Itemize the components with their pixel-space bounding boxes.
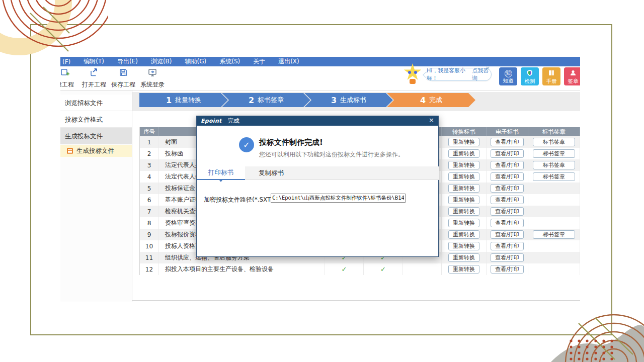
view-print-button[interactable]: 查看/打印	[491, 207, 524, 216]
tab-copy-bid[interactable]: 复制标书	[245, 166, 297, 179]
row-no: 3	[140, 159, 159, 171]
view-print-button[interactable]: 查看/打印	[491, 161, 524, 169]
menu-item-assist[interactable]: 辅助(G)	[185, 57, 207, 66]
shield-icon	[526, 69, 533, 78]
assistant-mascot[interactable]	[404, 63, 423, 84]
step-number: 2	[249, 96, 254, 105]
new-project-button[interactable]: 建工程	[60, 67, 79, 89]
bubble-text: Hi，我是客服小标！	[427, 67, 469, 82]
view-print-button[interactable]: 查看/打印	[491, 242, 524, 250]
header-ebid: 电子标书	[487, 127, 528, 136]
mascot-eye	[414, 71, 417, 74]
tab-label: 打印标书	[208, 168, 233, 177]
step-batch-convert[interactable]: 1 批量转换	[139, 93, 228, 107]
step-generate-bid[interactable]: 3 生成标书	[304, 93, 393, 107]
view-print-button[interactable]: 查看/打印	[491, 196, 524, 204]
assistant-bubble[interactable]: Hi，我是客服小标！ 点我咨询 ×	[426, 68, 492, 81]
reconvert-button[interactable]: 重新转换	[448, 161, 479, 169]
bid-sign-button[interactable]: 标书签章	[533, 161, 575, 169]
dialog-tabs: 打印标书 复制标书	[197, 166, 438, 180]
view-print-button[interactable]: 查看/打印	[491, 172, 524, 181]
step-bid-sign[interactable]: 2 标书签章	[222, 93, 310, 107]
reconvert-button[interactable]: 重新转换	[448, 230, 479, 239]
row-no: 7	[140, 206, 159, 217]
bid-sign-button[interactable]: 标书签章	[533, 149, 575, 158]
menu-item-export[interactable]: 导出(E)	[117, 57, 138, 66]
menu-item-system[interactable]: 系统(S)	[219, 57, 240, 66]
bid-sign-button[interactable]: 标书签章	[533, 230, 575, 239]
dialog-subheading: 您还可以利用以下功能对这份投标文件进行更多操作。	[259, 150, 404, 159]
signature-button[interactable]: 签章	[564, 67, 580, 85]
toolbar-label: 建工程	[60, 80, 74, 89]
row-no: 8	[140, 217, 159, 229]
system-login-button[interactable]: 系统登录	[138, 67, 167, 89]
sidebar-item-bid-file-format[interactable]: 投标文件格式	[60, 111, 132, 128]
sidebar-item-browse-tender-file[interactable]: 浏览招标文件	[60, 95, 132, 111]
sidebar-item-generate-bid-file[interactable]: 生成投标文件	[60, 128, 132, 144]
reconvert-button[interactable]: 重新转换	[448, 184, 479, 193]
sidebar-subitem-generate-bid-file[interactable]: 生成投标文件	[60, 145, 132, 157]
toolbar-label: 打开工程	[82, 80, 106, 89]
reconvert-button[interactable]: 重新转换	[448, 242, 479, 250]
knowledge-button[interactable]: 知 知道	[499, 67, 517, 85]
reconvert-button[interactable]: 重新转换	[448, 149, 479, 158]
row-no: 4	[140, 171, 159, 183]
view-print-button[interactable]: 查看/打印	[491, 230, 524, 239]
reconvert-button[interactable]: 重新转换	[448, 265, 479, 274]
step-number: 4	[420, 96, 426, 105]
row-no: 11	[140, 252, 159, 263]
epoint-logo: Epoint	[201, 118, 222, 124]
menu-item-file[interactable]: (F)	[62, 58, 70, 65]
check-button[interactable]: 检测	[521, 67, 539, 85]
helper-label: 手册	[546, 78, 557, 84]
reconvert-button[interactable]: 重新转换	[448, 207, 479, 216]
view-print-button[interactable]: 查看/打印	[491, 138, 524, 146]
active-tab-notch	[219, 179, 223, 182]
header-seq: 序号	[140, 127, 159, 136]
row-no: 9	[140, 229, 159, 240]
success-check-icon: ✓	[239, 137, 254, 152]
menu-item-exit[interactable]: 退出(X)	[278, 57, 299, 66]
menu-item-about[interactable]: 关于	[253, 57, 265, 66]
reconvert-button[interactable]: 重新转换	[448, 219, 479, 227]
step-number: 1	[166, 96, 172, 105]
open-project-button[interactable]: 打开工程	[79, 67, 109, 89]
helper-label: 签章	[568, 78, 579, 84]
step-finish[interactable]: 4 完成	[387, 93, 475, 107]
reconvert-button[interactable]: 重新转换	[448, 172, 479, 181]
menu-item-browse[interactable]: 浏览(B)	[151, 57, 172, 66]
view-print-button[interactable]: 查看/打印	[491, 265, 524, 274]
row-no: 5	[140, 183, 159, 194]
step-label: 完成	[429, 96, 442, 105]
bid-sign-button[interactable]: 标书签章	[533, 172, 575, 181]
toolbar-label: 系统登录	[140, 80, 165, 89]
sidebar: 浏览招标文件 投标文件格式 生成投标文件 生成投标文件	[60, 90, 132, 302]
reconvert-button[interactable]: 重新转换	[448, 253, 479, 262]
decoration-bottom-right	[543, 297, 644, 362]
save-project-button[interactable]: 保存工程	[109, 67, 138, 89]
view-print-button[interactable]: 查看/打印	[491, 219, 524, 227]
list-icon	[67, 148, 73, 154]
header-convert: 转换标书	[442, 127, 487, 136]
reconvert-button[interactable]: 重新转换	[448, 138, 479, 146]
row-no: 2	[140, 148, 159, 159]
table-row: 12 拟投入本项目的主要生产设备、检验设备 ✓ ✓ 重新转换 查看/打印	[140, 263, 580, 275]
tab-print-bid[interactable]: 打印标书	[197, 166, 245, 180]
view-print-button[interactable]: 查看/打印	[491, 149, 524, 158]
encrypted-path-input[interactable]	[271, 194, 406, 203]
new-project-icon	[60, 67, 70, 79]
bid-sign-button[interactable]: 标书签章	[533, 138, 575, 146]
manual-button[interactable]: 手册	[542, 67, 560, 85]
reconvert-button[interactable]: 重新转换	[448, 196, 479, 204]
sidebar-subitem-label: 生成投标文件	[76, 147, 114, 154]
header-sign: 标书签章	[528, 127, 580, 136]
wizard-steps: 1 批量转换 2 标书签章 3 生成标书 4 完成	[132, 92, 580, 111]
mascot-eye	[408, 71, 411, 74]
menu-item-edit[interactable]: 编辑(T)	[84, 57, 104, 66]
dialog-titlebar[interactable]: Epoint 完成 ×	[197, 116, 438, 126]
view-print-button[interactable]: 查看/打印	[491, 253, 524, 262]
step-number: 3	[331, 96, 337, 105]
bubble-close-icon[interactable]: ×	[486, 65, 490, 71]
dialog-close-icon[interactable]: ×	[429, 116, 434, 124]
view-print-button[interactable]: 查看/打印	[491, 184, 524, 193]
